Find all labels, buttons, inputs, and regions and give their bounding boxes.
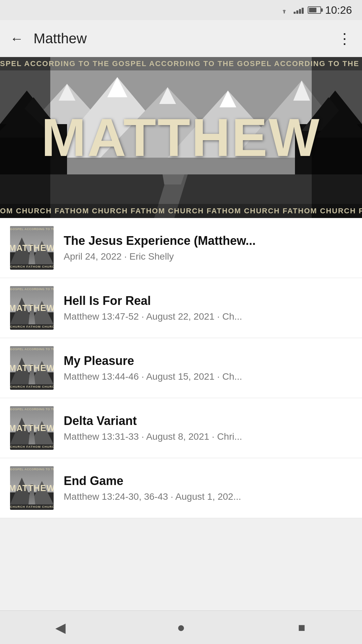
sermon-info: Delta Variant Matthew 13:31-33 · August … (64, 414, 352, 442)
sermon-title: End Game (64, 474, 352, 488)
battery-icon (308, 6, 321, 14)
hero-banner: SPEL ACCORDING TO THE GOSPEL ACCORDING T… (0, 57, 362, 218)
sermon-meta: Matthew 13:44-46 · August 15, 2021 · Ch.… (64, 371, 352, 382)
marquee-top-text: SPEL ACCORDING TO THE GOSPEL ACCORDING T… (0, 59, 362, 68)
sermon-thumbnail: GOSPEL ACCORDING TO THE GOSPEL MATTHEW C… (10, 286, 54, 330)
back-button[interactable]: ← (10, 32, 23, 45)
hero-title: MATTHEW (41, 107, 321, 168)
app-bar: ← Matthew ⋮ (0, 20, 362, 57)
sermon-info: The Jesus Experience (Matthew... April 2… (64, 234, 352, 262)
list-item[interactable]: GOSPEL ACCORDING TO THE GOSPEL MATTHEW C… (0, 338, 362, 398)
marquee-top: SPEL ACCORDING TO THE GOSPEL ACCORDING T… (0, 57, 362, 70)
sermon-info: End Game Matthew 13:24-30, 36-43 · Augus… (64, 474, 352, 502)
sermon-thumbnail: GOSPEL ACCORDING TO THE GOSPEL MATTHEW C… (10, 226, 54, 270)
list-item[interactable]: GOSPEL ACCORDING TO THE GOSPEL MATTHEW C… (0, 278, 362, 338)
sermon-thumbnail: GOSPEL ACCORDING TO THE GOSPEL MATTHEW C… (10, 466, 54, 510)
back-icon: ← (10, 32, 23, 45)
status-bar: 10:26 (0, 0, 362, 20)
marquee-bottom: OM CHURCH FATHOM CHURCH FATHOM CHURCH FA… (0, 204, 362, 218)
list-item[interactable]: GOSPEL ACCORDING TO THE GOSPEL MATTHEW C… (0, 398, 362, 458)
nav-home-button[interactable]: ● (168, 614, 194, 641)
sermon-thumbnail: GOSPEL ACCORDING TO THE GOSPEL MATTHEW C… (10, 346, 54, 390)
signal-icon (294, 6, 304, 14)
sermon-meta: April 24, 2022 · Eric Shelly (64, 251, 352, 262)
bottom-nav: ◀ ● ■ (0, 610, 362, 644)
status-time: 10:26 (325, 4, 352, 16)
more-icon: ⋮ (337, 31, 352, 46)
svg-point-0 (284, 12, 285, 13)
sermon-title: My Pleasure (64, 354, 352, 368)
nav-recents-button[interactable]: ■ (288, 614, 315, 641)
sermon-title: Hell Is For Real (64, 294, 352, 308)
sermon-title: The Jesus Experience (Matthew... (64, 234, 352, 248)
sermon-info: My Pleasure Matthew 13:44-46 · August 15… (64, 354, 352, 382)
list-item[interactable]: GOSPEL ACCORDING TO THE GOSPEL MATTHEW C… (0, 218, 362, 278)
sermon-list: GOSPEL ACCORDING TO THE GOSPEL MATTHEW C… (0, 218, 362, 518)
wifi-icon (279, 6, 290, 14)
sermon-title: Delta Variant (64, 414, 352, 428)
sermon-thumbnail: GOSPEL ACCORDING TO THE GOSPEL MATTHEW C… (10, 406, 54, 450)
nav-back-icon: ◀ (55, 620, 66, 635)
svg-marker-23 (163, 174, 184, 184)
sermon-meta: Matthew 13:31-33 · August 8, 2021 · Chri… (64, 431, 352, 442)
sermon-info: Hell Is For Real Matthew 13:47-52 · Augu… (64, 294, 352, 322)
nav-home-icon: ● (177, 620, 185, 635)
sermon-meta: Matthew 13:47-52 · August 22, 2021 · Ch.… (64, 311, 352, 322)
nav-recents-icon: ■ (298, 621, 305, 635)
page-title: Matthew (34, 31, 327, 47)
sermon-meta: Matthew 13:24-30, 36-43 · August 1, 202.… (64, 491, 352, 502)
marquee-bottom-text: OM CHURCH FATHOM CHURCH FATHOM CHURCH FA… (0, 207, 362, 215)
list-item[interactable]: GOSPEL ACCORDING TO THE GOSPEL MATTHEW C… (0, 458, 362, 518)
status-icons: 10:26 (279, 4, 352, 16)
nav-back-button[interactable]: ◀ (47, 614, 74, 641)
more-options-button[interactable]: ⋮ (337, 31, 352, 46)
